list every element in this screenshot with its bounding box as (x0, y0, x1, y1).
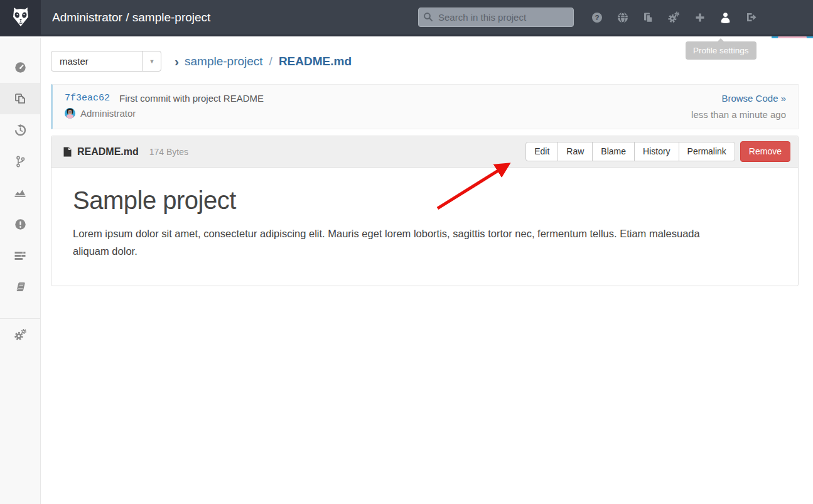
history-button[interactable]: History (634, 142, 679, 162)
sidebar-item-graphs[interactable] (0, 177, 40, 208)
sidebar-item-network[interactable] (0, 146, 40, 177)
files-icon (14, 92, 26, 105)
file-viewer: README.md 174 Bytes Edit Raw Blame Histo… (51, 136, 799, 286)
main-content: master ▼ › sample-project / README.md 7f… (41, 38, 813, 504)
readme-paragraph: Lorem ipsum dolor sit amet, consectetur … (73, 225, 732, 260)
tanuki-logo-icon (9, 6, 33, 29)
left-sidebar (0, 38, 41, 504)
breadcrumb-separator: / (269, 55, 272, 68)
file-actions: Edit Raw Blame History Permalink Remove (525, 141, 790, 163)
chevron-down-icon: ▼ (143, 51, 161, 71)
commit-hash-link[interactable]: 7f3eac62 (65, 93, 110, 104)
search-input[interactable] (418, 8, 574, 27)
breadcrumb-file-name: README.md (279, 55, 352, 68)
sidebar-item-issues[interactable] (0, 208, 40, 240)
issues-icon (14, 218, 26, 230)
edit-button[interactable]: Edit (525, 142, 558, 162)
copy-icon[interactable] (635, 5, 661, 30)
plus-icon[interactable] (687, 5, 713, 30)
sidebar-item-dashboard[interactable] (0, 51, 40, 83)
graphs-icon (14, 187, 26, 198)
history-icon (14, 124, 26, 136)
branch-selector[interactable]: master ▼ (51, 51, 161, 72)
commit-message: First commit with project README (119, 93, 264, 104)
project-title: Administrator / sample-project (52, 11, 210, 24)
sidebar-bottom-section (0, 318, 40, 350)
help-icon[interactable]: ? (584, 5, 610, 30)
sidebar-item-activity[interactable] (0, 114, 40, 146)
search-box (418, 8, 574, 27)
sign-out-icon[interactable] (738, 5, 764, 30)
globe-icon[interactable] (610, 5, 635, 30)
blame-button[interactable]: Blame (592, 142, 635, 162)
git-branch-icon (14, 156, 26, 168)
branch-selector-value: master (51, 51, 143, 71)
sidebar-item-wiki[interactable] (0, 271, 40, 303)
file-icon (63, 147, 72, 157)
last-commit-box: 7f3eac62 First commit with project READM… (51, 84, 799, 129)
merge-requests-icon (14, 251, 26, 260)
user-icon[interactable] (713, 5, 738, 30)
tooltip-label: Profile settings (693, 46, 749, 55)
sidebar-item-settings[interactable] (0, 319, 40, 350)
commit-meta: Browse Code » less than a minute ago (691, 93, 786, 120)
app-logo[interactable] (0, 0, 41, 36)
search-icon (423, 12, 433, 24)
readme-heading: Sample project (73, 186, 777, 215)
breadcrumb-chevron-icon: › (175, 55, 179, 68)
gears-icon[interactable] (661, 5, 687, 30)
sidebar-item-files[interactable] (0, 83, 40, 114)
file-size: 174 Bytes (149, 147, 188, 157)
readme-content: Sample project Lorem ipsum dolor sit ame… (51, 168, 798, 286)
svg-text:?: ? (595, 14, 599, 21)
profile-settings-tooltip: Profile settings (686, 41, 756, 60)
file-header: README.md 174 Bytes Edit Raw Blame Histo… (51, 136, 798, 168)
breadcrumb-project-link[interactable]: sample-project (185, 55, 263, 68)
commit-info: 7f3eac62 First commit with project READM… (65, 93, 264, 120)
commit-author-name: Administrator (80, 108, 136, 119)
wiki-icon (14, 281, 26, 292)
dashboard-icon (14, 62, 26, 73)
raw-button[interactable]: Raw (557, 142, 593, 162)
file-button-group: Edit Raw Blame History Permalink (525, 142, 735, 162)
commit-author-avatar (65, 108, 75, 119)
sidebar-item-merge-requests[interactable] (0, 240, 40, 271)
file-name: README.md (77, 146, 139, 158)
commit-timestamp: less than a minute ago (691, 109, 786, 120)
permalink-button[interactable]: Permalink (679, 142, 735, 162)
navbar-icons: ? (584, 5, 764, 30)
browse-code-link[interactable]: Browse Code » (721, 93, 786, 104)
top-navbar: Administrator / sample-project ? (0, 0, 813, 36)
settings-gear-icon (14, 328, 27, 341)
remove-button[interactable]: Remove (740, 141, 790, 163)
